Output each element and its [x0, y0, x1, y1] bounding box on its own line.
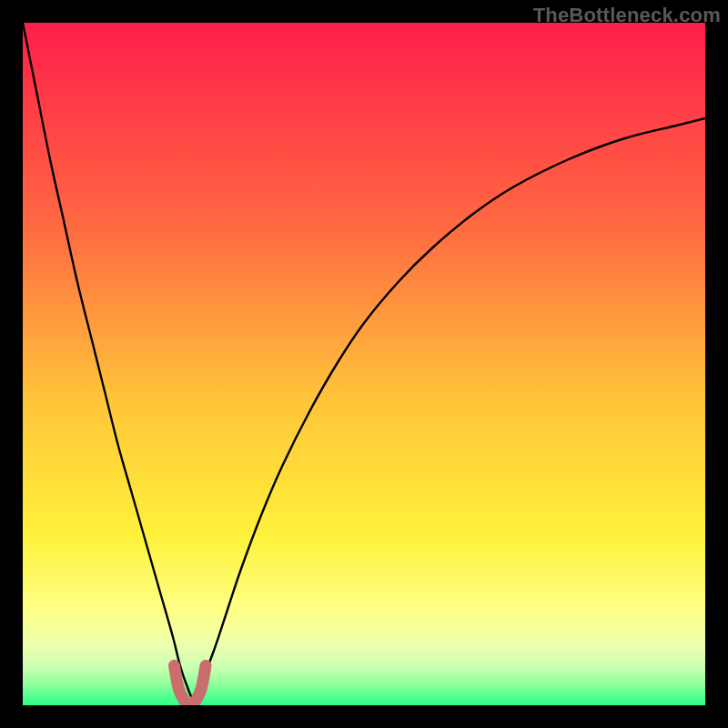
gradient-background [23, 23, 705, 705]
plot-area [23, 23, 705, 705]
watermark-text: TheBottleneck.com [533, 4, 721, 27]
bottleneck-chart [23, 23, 705, 705]
chart-frame: TheBottleneck.com [0, 0, 728, 728]
